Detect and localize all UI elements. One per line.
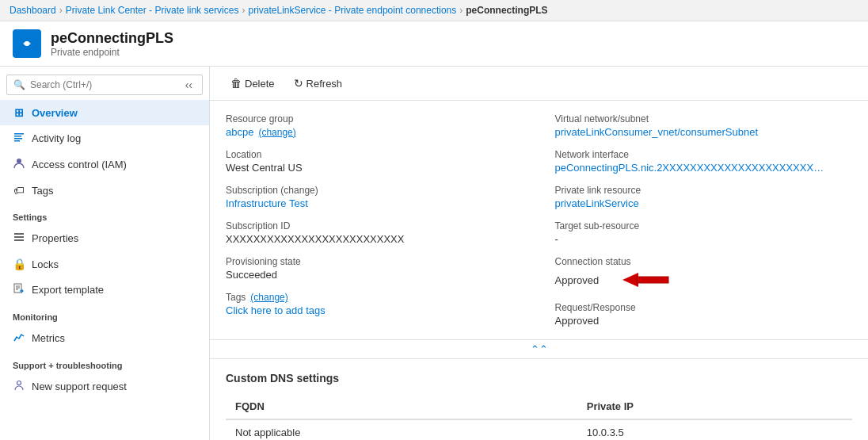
sidebar-item-metrics-label: Metrics	[32, 332, 65, 344]
search-icon: 🔍	[13, 79, 25, 90]
connection-status-value: Approved	[555, 274, 600, 286]
detail-request-response: Request/Response Approved	[555, 302, 853, 327]
svg-rect-14	[637, 277, 668, 283]
breadcrumb-dashboard[interactable]: Dashboard	[10, 5, 56, 16]
dns-col-fqdn: FQDN	[226, 394, 577, 419]
svg-marker-16	[622, 273, 638, 287]
subscription-id-value: XXXXXXXXXXXXXXXXXXXXXXXXXX	[226, 233, 523, 245]
svg-rect-9	[14, 239, 24, 241]
target-sub-label: Target sub-resource	[555, 220, 853, 231]
detail-subscription: Subscription (change) Infrastructure Tes…	[226, 185, 523, 209]
network-interface-value[interactable]: peConnectingPLS.nic.2XXXXXXXXXXXXXXXXXXX…	[555, 162, 824, 174]
status-row: Approved	[555, 269, 853, 291]
collapse-button[interactable]: ‹‹	[182, 78, 196, 91]
sidebar-item-locks[interactable]: 🔒 Locks	[0, 251, 209, 277]
sidebar-item-export[interactable]: Export template	[0, 277, 209, 303]
delete-label: Delete	[245, 78, 275, 90]
target-sub-value: -	[555, 233, 853, 245]
sidebar-item-tags[interactable]: 🏷 Tags	[0, 178, 209, 203]
refresh-button[interactable]: ↻ Refresh	[286, 73, 351, 94]
detail-resource-group: Resource group abcpe (change)	[226, 113, 523, 138]
connection-status-label: Connection status	[555, 256, 853, 267]
detail-virtual-network: Virtual network/subnet privateLinkConsum…	[555, 113, 853, 138]
private-link-value[interactable]: privateLinkService	[555, 197, 853, 209]
details-section: Resource group abcpe (change) Location W…	[210, 101, 868, 340]
dns-col-ip: Private IP	[577, 394, 852, 419]
sidebar-item-support-label: New support request	[32, 381, 127, 392]
detail-network-interface: Network interface peConnectingPLS.nic.2X…	[555, 149, 853, 174]
sidebar-item-iam-label: Access control (IAM)	[32, 159, 127, 170]
sidebar-item-activity-log-label: Activity log	[32, 132, 81, 144]
subscription-value[interactable]: Infrastructure Test	[226, 197, 523, 209]
refresh-label: Refresh	[306, 78, 343, 90]
details-left: Resource group abcpe (change) Location W…	[226, 113, 523, 327]
activity-log-icon	[13, 132, 25, 145]
sidebar-item-support[interactable]: New support request	[0, 373, 209, 400]
virtual-network-label: Virtual network/subnet	[555, 113, 853, 124]
collapse-icon: ⌃⌃	[531, 343, 548, 355]
dns-table-body: Not applicable 10.0.3.5	[226, 419, 852, 440]
sidebar-item-iam[interactable]: Access control (IAM)	[0, 151, 209, 178]
virtual-network-value[interactable]: privateLinkConsumer_vnet/consumerSubnet	[555, 126, 853, 138]
breadcrumb-sep-1: ›	[59, 5, 63, 16]
sidebar-item-export-label: Export template	[32, 284, 104, 296]
dns-table-header: FQDN Private IP	[226, 394, 852, 419]
resource-group-change[interactable]: (change)	[258, 127, 295, 138]
red-arrow-indicator	[621, 269, 676, 291]
content-area: 🗑 Delete ↻ Refresh Resource group abcpe …	[210, 67, 868, 440]
breadcrumb-current: peConnectingPLS	[466, 5, 547, 16]
support-icon	[13, 380, 25, 393]
request-response-value: Approved	[555, 315, 853, 327]
detail-connection-status: Connection status Approved	[555, 256, 853, 291]
sidebar-item-tags-label: Tags	[32, 185, 53, 197]
sidebar: 🔍 ‹‹ ⊞ Overview Activity log Access cont…	[0, 67, 210, 440]
svg-rect-5	[14, 140, 20, 142]
tags-icon: 🏷	[13, 184, 25, 197]
toolbar: 🗑 Delete ↻ Refresh	[210, 67, 868, 101]
table-row: Not applicable 10.0.3.5	[226, 419, 852, 440]
subscription-id-label: Subscription ID	[226, 220, 523, 231]
svg-point-1	[25, 41, 29, 46]
sidebar-item-overview-label: Overview	[32, 107, 78, 119]
page-subtitle: Private endpoint	[51, 47, 173, 58]
breadcrumb-private-endpoint[interactable]: privateLinkService - Private endpoint co…	[248, 5, 456, 16]
detail-private-link: Private link resource privateLinkService	[555, 185, 853, 209]
svg-point-6	[17, 159, 21, 163]
breadcrumb-sep-2: ›	[242, 5, 245, 16]
search-input[interactable]	[30, 79, 177, 90]
breadcrumb: Dashboard › Private Link Center - Privat…	[0, 0, 868, 21]
dns-ip-cell: 10.0.3.5	[577, 419, 852, 440]
page-header-text: peConnectingPLS Private endpoint	[51, 30, 173, 58]
sidebar-item-properties[interactable]: Properties	[0, 225, 209, 251]
sidebar-item-metrics[interactable]: Metrics	[0, 325, 209, 351]
location-label: Location	[226, 149, 523, 160]
sidebar-section-settings: Settings	[0, 203, 209, 225]
subscription-label: Subscription (change)	[226, 185, 523, 196]
dns-table: FQDN Private IP Not applicable 10.0.3.5	[226, 394, 852, 440]
tags-change[interactable]: (change)	[250, 292, 287, 303]
tags-label: Tags	[226, 292, 246, 303]
section-collapse[interactable]: ⌃⌃	[210, 340, 868, 359]
page-header: peConnectingPLS Private endpoint	[0, 21, 868, 67]
dns-title: Custom DNS settings	[226, 372, 852, 385]
svg-rect-7	[14, 233, 24, 235]
detail-tags: Tags (change) Click here to add tags	[226, 292, 523, 316]
sidebar-item-overview[interactable]: ⊞ Overview	[0, 100, 209, 125]
resource-group-value[interactable]: abcpe	[226, 126, 253, 138]
metrics-icon	[13, 331, 25, 345]
sidebar-section-monitoring: Monitoring	[0, 303, 209, 325]
search-box[interactable]: 🔍 ‹‹	[6, 75, 203, 95]
resource-icon	[13, 29, 41, 58]
breadcrumb-private-link[interactable]: Private Link Center - Private link servi…	[66, 5, 239, 16]
location-value: West Central US	[226, 162, 523, 174]
svg-rect-2	[14, 133, 24, 135]
svg-rect-4	[14, 138, 22, 140]
page-title: peConnectingPLS	[51, 30, 173, 47]
tags-link[interactable]: Click here to add tags	[226, 304, 523, 316]
svg-rect-3	[14, 136, 21, 137]
sidebar-item-properties-label: Properties	[32, 232, 78, 244]
delete-button[interactable]: 🗑 Delete	[223, 73, 283, 94]
locks-icon: 🔒	[13, 258, 25, 270]
sidebar-item-activity-log[interactable]: Activity log	[0, 125, 209, 151]
provisioning-label: Provisioning state	[226, 256, 523, 267]
